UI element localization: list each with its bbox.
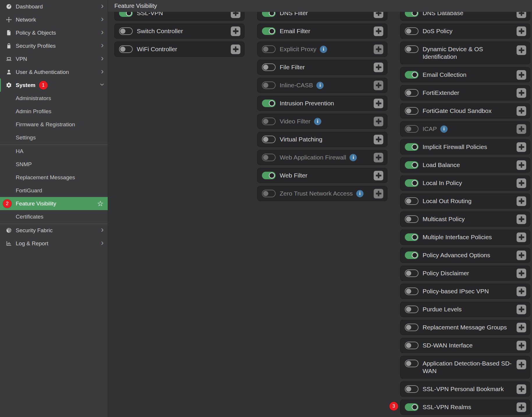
toggle-local-out-routing[interactable] [405, 197, 418, 205]
chevron-right-icon: › [101, 28, 104, 36]
toggle-inline-casb[interactable] [262, 81, 276, 89]
sidebar-item-system[interactable]: System1› [0, 79, 108, 92]
feature-label: Policy Disclaimer [423, 269, 469, 277]
sidebar-item-label: Replacement Messages [16, 174, 75, 181]
sidebar-item-ha[interactable]: HA [0, 145, 108, 158]
sidebar-item-replacement-messages[interactable]: Replacement Messages [0, 171, 108, 184]
add-widget-button[interactable] [517, 305, 526, 314]
sidebar-item-administrators[interactable]: Administrators [0, 92, 108, 105]
add-widget-button[interactable] [374, 135, 383, 144]
sidebar-item-fortiguard[interactable]: FortiGuard [0, 184, 108, 197]
toggle-switch-controller[interactable] [119, 27, 133, 35]
add-widget-button[interactable] [374, 117, 383, 126]
toggle-policy-based-ipsec-vpn[interactable] [405, 288, 418, 295]
sidebar-item-user-authentication[interactable]: User & Authentication› [0, 65, 108, 79]
toggle-fortiextender[interactable] [405, 89, 418, 97]
sidebar-item-firmware-registration[interactable]: Firmware & Registration [0, 118, 108, 131]
app-window: Dashboard›Network›Policy & Objects›Secur… [0, 0, 532, 417]
add-widget-button[interactable] [517, 384, 526, 394]
info-icon: i [320, 46, 327, 53]
toggle-web-filter[interactable] [262, 172, 276, 179]
add-widget-button[interactable] [517, 70, 526, 80]
add-widget-button[interactable] [231, 26, 240, 36]
sidebar-item-security-profiles[interactable]: Security Profiles› [0, 39, 108, 52]
toggle-email-collection[interactable] [405, 71, 418, 79]
toggle-file-filter[interactable] [262, 63, 276, 71]
add-widget-button[interactable] [374, 45, 383, 54]
toggle-explicit-proxy[interactable] [262, 45, 276, 53]
toggle-sd-wan-interface[interactable] [405, 342, 418, 349]
toggle-fortigate-cloud-sandbox[interactable] [405, 107, 418, 115]
star-icon[interactable]: ☆ [97, 200, 104, 207]
add-widget-button[interactable] [517, 251, 526, 260]
add-widget-button[interactable] [517, 341, 526, 350]
info-icon: i [314, 118, 321, 125]
sidebar-item-vpn[interactable]: VPN› [0, 52, 108, 65]
add-widget-button[interactable] [517, 233, 526, 242]
toggle-virtual-patching[interactable] [262, 136, 276, 143]
add-widget-button[interactable] [517, 214, 526, 224]
add-widget-button[interactable] [374, 171, 383, 180]
sidebar-item-dashboard[interactable]: Dashboard› [0, 0, 108, 13]
add-widget-button[interactable] [517, 124, 526, 134]
feature-label: SD-WAN Interface [423, 342, 473, 349]
sidebar-item-certificates[interactable]: Certificates [0, 210, 108, 223]
toggle-load-balance[interactable] [405, 161, 418, 169]
toggle-multiple-interface-policies[interactable] [405, 233, 418, 241]
toggle-zero-trust-network-access[interactable] [262, 190, 276, 197]
add-widget-button[interactable] [374, 189, 383, 198]
add-widget-button[interactable] [374, 63, 383, 72]
add-widget-button[interactable] [374, 26, 383, 36]
toggle-intrusion-prevention[interactable] [262, 100, 276, 107]
add-widget-button[interactable] [374, 81, 383, 90]
toggle-purdue-levels[interactable] [405, 306, 418, 313]
add-widget-button[interactable] [374, 153, 383, 162]
feature-card-dynamic-device-os-identification: Dynamic Device & OS Identification [400, 42, 530, 64]
sidebar-item-admin-profiles[interactable]: Admin Profiles [0, 105, 108, 118]
toggle-application-detection-based-sd-wan[interactable] [405, 360, 418, 367]
sidebar-item-network[interactable]: Network› [0, 13, 108, 26]
add-widget-button[interactable] [517, 287, 526, 296]
toggle-web-application-firewall[interactable] [262, 154, 276, 161]
page-title: Feature Visibility [114, 3, 157, 9]
add-widget-button[interactable] [517, 402, 526, 412]
add-widget-button[interactable] [231, 45, 240, 54]
toggle-multicast-policy[interactable] [405, 215, 418, 223]
feature-card-multiple-interface-policies: Multiple Interface Policies [400, 230, 530, 245]
add-widget-button[interactable] [517, 160, 526, 170]
add-widget-button[interactable] [517, 323, 526, 332]
sidebar-item-label: User & Authentication [16, 69, 69, 75]
add-widget-button[interactable] [374, 99, 383, 108]
sidebar-item-settings[interactable]: Settings [0, 131, 108, 144]
feature-card-load-balance: Load Balance [400, 157, 530, 173]
toggle-ssl-vpn-realms[interactable] [405, 403, 418, 411]
add-widget-button[interactable] [517, 26, 526, 36]
toggle-local-in-policy[interactable] [405, 179, 418, 187]
sidebar-item-policy-objects[interactable]: Policy & Objects› [0, 26, 108, 39]
add-widget-button[interactable] [517, 360, 526, 369]
sidebar-item-feature-visibility[interactable]: 2Feature Visibility☆ [0, 197, 108, 210]
toggle-implicit-firewall-policies[interactable] [405, 143, 418, 151]
add-widget-button[interactable] [517, 45, 526, 55]
toggle-policy-advanced-options[interactable] [405, 251, 418, 259]
toggle-dos-policy[interactable] [405, 27, 418, 35]
chevron-right-icon: › [101, 15, 104, 23]
toggle-knob [406, 29, 411, 34]
toggle-video-filter[interactable] [262, 118, 276, 125]
toggle-dynamic-device-os-identification[interactable] [405, 45, 418, 53]
add-widget-button[interactable] [517, 88, 526, 98]
add-widget-button[interactable] [517, 196, 526, 206]
sidebar-item-security-fabric[interactable]: Security Fabric› [0, 224, 108, 237]
toggle-replacement-message-groups[interactable] [405, 324, 418, 331]
toggle-ssl-vpn-personal-bookmark[interactable] [405, 385, 418, 393]
add-widget-button[interactable] [517, 269, 526, 278]
toggle-wifi-controller[interactable] [119, 45, 133, 53]
toggle-email-filter[interactable] [262, 27, 276, 35]
toggle-icap[interactable] [405, 125, 418, 133]
sidebar-item-log-report[interactable]: Log & Report› [0, 237, 108, 250]
sidebar-item-snmp[interactable]: SNMP [0, 158, 108, 171]
add-widget-button[interactable] [517, 106, 526, 116]
toggle-policy-disclaimer[interactable] [405, 269, 418, 277]
add-widget-button[interactable] [517, 178, 526, 188]
add-widget-button[interactable] [517, 142, 526, 152]
